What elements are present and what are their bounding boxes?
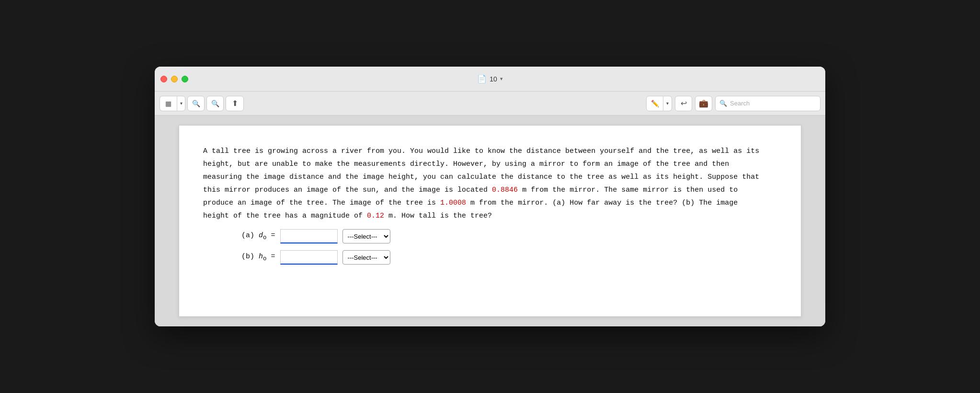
maximize-button[interactable] xyxy=(182,76,188,82)
share-button[interactable]: ⬆ xyxy=(226,96,244,111)
part-a-select[interactable]: ---Select--- m cm km mm xyxy=(342,229,390,243)
close-button[interactable] xyxy=(160,76,167,82)
part-b-label: (b) ho = xyxy=(241,253,275,262)
part-b-input[interactable] xyxy=(280,250,338,265)
sidebar-icon: ▦ xyxy=(165,100,171,107)
app-window: 📄 10 ▾ ▦ ▾ 🔍 🔍 ⬆ xyxy=(155,67,825,326)
pen-tool-group: ✏️ ▾ xyxy=(646,96,672,111)
content-area: A tall tree is growing across a river fr… xyxy=(155,116,825,326)
part-a-subscript: o xyxy=(263,234,267,241)
briefcase-icon: 💼 xyxy=(699,99,708,108)
share-icon: ⬆ xyxy=(232,99,238,108)
sidebar-toggle-group: ▦ ▾ xyxy=(160,96,185,111)
sidebar-toggle-caret[interactable]: ▾ xyxy=(177,96,185,111)
window-title: 10 xyxy=(490,75,497,83)
sidebar-toggle-button[interactable]: ▦ xyxy=(160,96,177,111)
search-icon: 🔍 xyxy=(719,100,727,107)
part-b-row: (b) ho = ---Select--- m cm km mm xyxy=(203,250,777,265)
pen-button[interactable]: ✏️ xyxy=(646,96,663,111)
part-a-row: (a) do = ---Select--- m cm km mm xyxy=(203,229,777,243)
pen-caret-button[interactable]: ▾ xyxy=(663,96,672,111)
zoom-in-icon: 🔍 xyxy=(211,100,219,107)
zoom-in-button[interactable]: 🔍 xyxy=(206,96,224,111)
part-b-subscript: o xyxy=(263,255,267,262)
value-10008: 1.0008 xyxy=(440,199,466,207)
page: A tall tree is growing across a river fr… xyxy=(179,125,801,317)
toolbar-right: ✏️ ▾ ↩ 💼 🔍 Search xyxy=(646,96,820,111)
pen-caret-icon: ▾ xyxy=(666,101,669,106)
zoom-out-button[interactable]: 🔍 xyxy=(187,96,205,111)
pen-icon: ✏️ xyxy=(651,100,659,107)
value-012: 0.12 xyxy=(367,212,384,220)
search-placeholder: Search xyxy=(730,100,750,107)
briefcase-button[interactable]: 💼 xyxy=(695,96,712,111)
title-bar: 📄 10 ▾ xyxy=(155,67,825,92)
window-title-area: 📄 10 ▾ xyxy=(477,74,503,83)
part-a-input[interactable] xyxy=(280,229,338,243)
value-0846: 0.8846 xyxy=(492,186,518,194)
title-caret-icon: ▾ xyxy=(500,76,503,82)
rotate-icon: ↩ xyxy=(681,99,687,108)
part-b-select[interactable]: ---Select--- m cm km mm xyxy=(342,250,390,265)
traffic-lights xyxy=(160,76,188,82)
toolbar: ▦ ▾ 🔍 🔍 ⬆ ✏️ ▾ xyxy=(155,92,825,116)
sidebar-caret-icon: ▾ xyxy=(180,101,182,106)
part-a-label: (a) do = xyxy=(241,231,275,241)
search-box[interactable]: 🔍 Search xyxy=(715,96,820,111)
document-icon: 📄 xyxy=(477,74,487,83)
rotate-button[interactable]: ↩ xyxy=(675,96,692,111)
zoom-out-icon: 🔍 xyxy=(192,100,200,107)
problem-paragraph: A tall tree is growing across a river fr… xyxy=(203,145,777,222)
minimize-button[interactable] xyxy=(171,76,178,82)
